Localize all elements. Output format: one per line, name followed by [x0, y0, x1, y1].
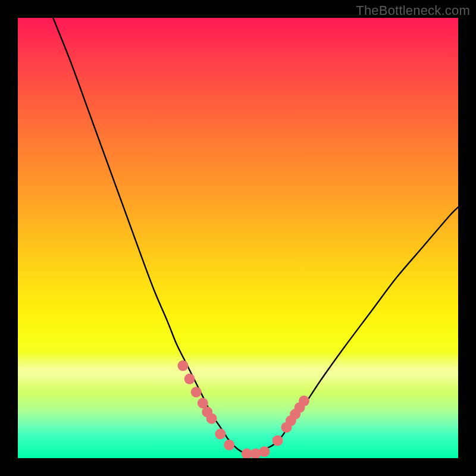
marker-dot — [273, 435, 283, 446]
marker-dot — [178, 361, 189, 371]
curve-markers — [178, 361, 310, 458]
marker-dot — [224, 440, 234, 450]
marker-dot — [206, 413, 217, 424]
marker-dot — [215, 428, 226, 439]
chart-stage: TheBottleneck.com — [0, 0, 476, 476]
plot-svg — [18, 18, 458, 458]
marker-dot — [299, 396, 309, 406]
marker-dot — [259, 446, 270, 457]
marker-dot — [184, 374, 195, 384]
marker-dot — [191, 387, 202, 397]
plot-area — [18, 18, 458, 458]
watermark-text: TheBottleneck.com — [356, 3, 470, 18]
bottleneck-curve — [53, 18, 458, 455]
